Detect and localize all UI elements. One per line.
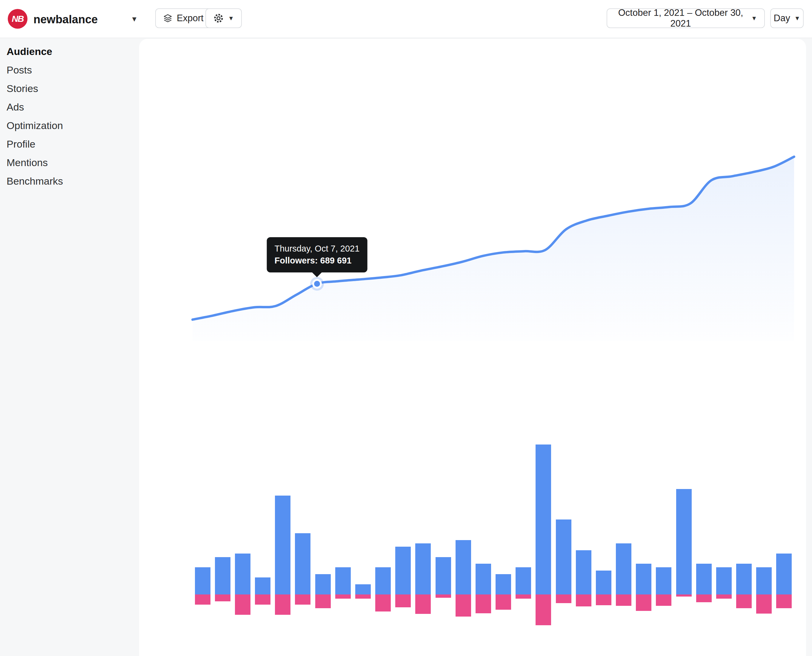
lost-bar[interactable] [676,594,692,597]
tooltip-value: Followers: 689 691 [275,255,360,266]
gained-bar[interactable] [415,543,431,594]
lost-bar[interactable] [496,594,511,610]
gained-bar[interactable] [556,520,571,594]
layers-icon [163,14,173,23]
gained-bar[interactable] [756,567,772,594]
gained-bar[interactable] [435,557,451,594]
gained-bar[interactable] [596,571,611,594]
lost-bar[interactable] [536,594,551,625]
gained-bar[interactable] [235,554,250,594]
lost-bar[interactable] [375,594,391,611]
gained-bar[interactable] [475,564,491,594]
gained-bar[interactable] [696,564,712,594]
sidebar-item-benchmarks[interactable]: Benchmarks [6,175,63,187]
gained-bar[interactable] [215,557,230,594]
gained-bar[interactable] [195,567,210,594]
gained-bar[interactable] [736,564,752,594]
sidebar-item-audience[interactable]: Audience [6,45,52,58]
chart-tooltip: Thursday, Oct 7, 2021 Followers: 689 691 [267,237,367,272]
lost-bar[interactable] [576,594,591,606]
gained-bar[interactable] [676,489,692,594]
tooltip-date: Thursday, Oct 7, 2021 [275,243,360,255]
gained-bar[interactable] [536,444,551,594]
sidebar-item-posts[interactable]: Posts [6,63,32,76]
lost-bar[interactable] [596,594,611,605]
settings-button[interactable]: ▼ [205,8,242,28]
granularity-button[interactable]: Day ▼ [770,8,804,28]
lost-bar[interactable] [355,594,371,599]
sidebar-item-profile[interactable]: Profile [6,138,35,150]
lost-bar[interactable] [275,594,290,615]
gained-bar[interactable] [616,543,631,594]
lost-bar[interactable] [195,594,210,605]
lost-bar[interactable] [455,594,471,617]
lost-bar[interactable] [516,594,531,599]
lost-bar[interactable] [235,594,250,615]
gained-bar[interactable] [496,574,511,594]
sidebar-item-ads[interactable]: Ads [6,101,24,113]
sidebar-item-mentions[interactable]: Mentions [6,156,48,169]
gained-bar[interactable] [255,577,270,594]
gear-icon [213,13,224,23]
lost-bar[interactable] [315,594,331,608]
gained-bar[interactable] [315,574,331,594]
export-label: Export [177,13,204,23]
date-range-label: October 1, 2021 – October 30, 2021 [614,8,747,29]
account-name: newbalance [34,13,97,26]
gained-bar[interactable] [516,567,531,594]
gained-bar[interactable] [576,550,591,594]
gained-bar[interactable] [776,554,792,594]
top-bar: NB newbalance ▼ Export ▼ ▼ October 1, 20… [0,0,812,38]
gained-bar[interactable] [716,567,732,594]
sidebar-item-optimization[interactable]: Optimization [6,119,63,132]
date-range-button[interactable]: October 1, 2021 – October 30, 2021 ▼ [607,8,765,28]
nb-logo-glyph: NB [12,14,23,24]
lost-bar[interactable] [736,594,752,608]
lost-bar[interactable] [776,594,792,608]
settings-caret-icon: ▼ [228,15,234,22]
lost-bar[interactable] [215,594,230,601]
lost-bar[interactable] [716,594,732,599]
sidebar-item-stories[interactable]: Stories [6,82,38,95]
lost-bar[interactable] [415,594,431,614]
lost-bar[interactable] [556,594,571,603]
gained-bar[interactable] [395,547,411,594]
gained-bar[interactable] [295,533,310,594]
granularity-label: Day [774,13,790,23]
lost-bar[interactable] [656,594,672,606]
lost-bar[interactable] [255,594,270,605]
gained-bar[interactable] [355,584,371,594]
gained-bar[interactable] [275,495,290,594]
newbalance-logo: NB [8,9,28,29]
lost-bar[interactable] [335,594,351,599]
lost-bar[interactable] [475,594,491,613]
lost-bar[interactable] [616,594,631,606]
lost-bar[interactable] [395,594,411,607]
gained-bar[interactable] [636,564,651,594]
gained-bar[interactable] [335,567,351,594]
gained-bar[interactable] [455,540,471,594]
granularity-caret-icon: ▼ [794,15,800,22]
gained-bar[interactable] [375,567,391,594]
lost-bar[interactable] [295,594,310,605]
lost-bar[interactable] [696,594,712,602]
lost-bar[interactable] [435,594,451,598]
lost-bar[interactable] [756,594,772,614]
date-range-caret-icon: ▼ [751,15,757,22]
lost-bar[interactable] [636,594,651,611]
account-dropdown-caret[interactable]: ▼ [131,15,138,23]
highlight-point [314,281,320,287]
gained-bar[interactable] [656,567,672,594]
